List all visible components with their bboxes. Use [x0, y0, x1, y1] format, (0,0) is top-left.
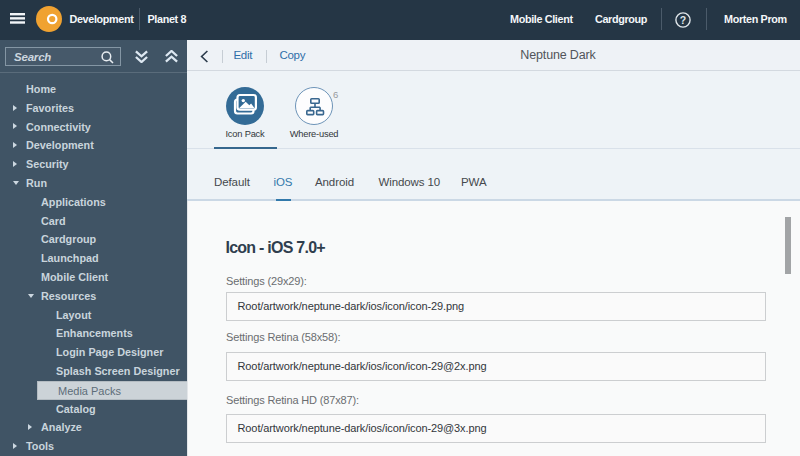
svg-text:?: ?: [680, 13, 686, 25]
